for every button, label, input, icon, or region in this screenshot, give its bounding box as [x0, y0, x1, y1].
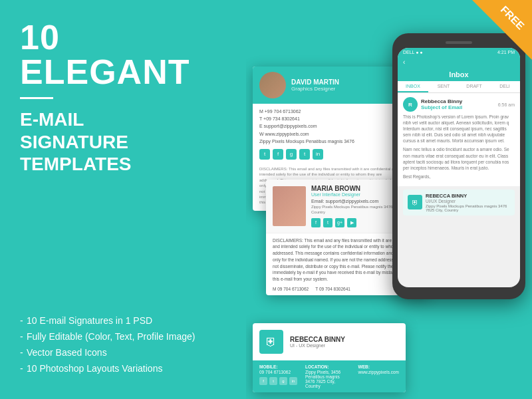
phone-email-preview: This is Photoshop's version of Lorem Ips… — [403, 114, 515, 144]
card3-role: UI - UX Designer — [290, 343, 345, 348]
card3-mobile-label: MOBILE: — [259, 364, 297, 369]
card1-name: DAVID MARTIN — [291, 78, 339, 86]
phone-sig-role: UI/UX Designer — [426, 199, 510, 203]
card1-header: DAVID MARTIN Graphics Designer — [253, 66, 406, 104]
card3-mobile-block: MOBILE: 09 704 6713062 f t g in — [259, 364, 297, 388]
tw-icon: t — [323, 218, 332, 227]
card1-web: W www.zippypixels.com — [259, 130, 399, 138]
card3-web-block: WEB: www.zippypixels.com — [358, 364, 399, 388]
phone-email-subject: Subject of Email — [421, 104, 495, 110]
sub-title: E-MAIL SIGNATURE TEMPLATES — [20, 108, 226, 176]
card3-identity: ⛨ REBECCA BINNY UI - UX Designer — [253, 323, 406, 360]
card3-location-label: LOCATION: — [305, 364, 350, 369]
phone-regards: Best Regards, — [403, 174, 515, 180]
phone-screen: DELL ● ● 4:21 PM ‹ Inbox INBOX SENT DRAF… — [398, 48, 520, 287]
sub-title-line2: SIGNATURE — [20, 132, 128, 152]
phone-sig-name: REBECCA BINNY — [426, 193, 510, 199]
card1-email: E support@zippypixels.com — [259, 122, 399, 130]
linkedin-icon: in — [313, 149, 323, 160]
feature-item-1: 10 E-mail Signatures in 1 PSD — [20, 315, 195, 326]
tab-inbox[interactable]: INBOX — [398, 81, 428, 92]
card3-mobile: 09 704 6713062 — [259, 370, 291, 374]
card1-address: Zippy Pixels Mockups Penatibus magnis 34… — [259, 138, 399, 145]
feature-item-4: 10 Photoshop Layouts Variations — [20, 363, 195, 374]
card1-contact: M +99 704 6713062 T +09 734 8302641 E su… — [253, 104, 406, 149]
google-icon: g — [286, 149, 297, 160]
main-title: 10 ELEGANT — [20, 20, 226, 89]
features-list: 10 E-mail Signatures in 1 PSD Fully Edit… — [20, 315, 195, 374]
phone-email-meta: Rebbecca Binny Subject of Email — [421, 98, 495, 110]
feature-item-3: Vector Based Icons — [20, 347, 195, 358]
phone-email-time: 6:56 am — [498, 102, 515, 107]
phone-sig-info: REBECCA BINNY UI/UX Designer Zippy Pixel… — [426, 193, 510, 212]
gp-icon-white: g — [279, 377, 287, 385]
card3-name-area: REBECCA BINNY UI - UX Designer — [290, 336, 345, 348]
tab-del[interactable]: DELI — [489, 81, 520, 92]
phone-email-preview2: Nam nec tellus a odio tincidunt auctor a… — [403, 146, 515, 170]
fb-icon: f — [311, 218, 321, 227]
card1-social-icons: t f g t in — [253, 149, 406, 164]
back-arrow-icon: ‹ — [403, 59, 405, 66]
sub-title-line1: E-MAIL — [20, 109, 84, 130]
phone-back-button[interactable]: ‹ — [398, 57, 520, 68]
features-list-container: 10 E-mail Signatures in 1 PSD Fully Edit… — [20, 315, 195, 379]
card2-mobile: M 09 704 6713062 — [273, 287, 309, 291]
fb-icon-white: f — [259, 377, 267, 385]
card3-web: www.zippypixels.com — [358, 370, 399, 374]
email-card-rebecca: ⛨ REBECCA BINNY UI - UX Designer MOBILE:… — [253, 323, 406, 392]
card2-avatar — [273, 186, 306, 226]
card1-avatar — [259, 72, 286, 98]
card2-tel: T 09 704 8302641 — [315, 287, 350, 291]
yt-icon: ▶ — [347, 218, 356, 227]
card3-location-block: LOCATION: Zippy Pixels, 3456 Penatibus m… — [305, 364, 350, 388]
tw-icon-white: t — [269, 377, 277, 385]
phone-sender-name: Rebbecca Binny — [421, 98, 495, 104]
phone-signature-block: ⛨ REBECCA BINNY UI/UX Designer Zippy Pix… — [403, 190, 515, 215]
in-icon-white: in — [289, 377, 297, 385]
twitter-icon: t — [259, 149, 270, 160]
shield-icon: ⛨ — [259, 330, 283, 354]
phone-email-header: R Rebbecca Binny Subject of Email 6:56 a… — [403, 97, 515, 112]
card1-avatar-image — [259, 72, 286, 98]
card3-social: f t g in — [259, 377, 297, 385]
card3-footer: MOBILE: 09 704 6713062 f t g in LOCATION… — [253, 360, 406, 392]
main-container: FREE 10 ELEGANT E-MAIL SIGNATURE TEMPLAT… — [0, 0, 532, 399]
tab-draft[interactable]: DRAFT — [459, 81, 489, 92]
title-divider — [20, 97, 53, 99]
phone-avatar: R — [403, 97, 418, 112]
left-panel: 10 ELEGANT E-MAIL SIGNATURE TEMPLATES 10… — [0, 0, 246, 399]
right-panel: DAVID MARTIN Graphics Designer M +99 704… — [246, 0, 532, 399]
card1-identity: DAVID MARTIN Graphics Designer — [291, 78, 339, 92]
phone-status-right: 4:21 PM — [497, 50, 515, 55]
gp-icon: g+ — [335, 218, 344, 227]
phone-email-item[interactable]: R Rebbecca Binny Subject of Email 6:56 a… — [398, 93, 520, 187]
card3-name: REBECCA BINNY — [290, 336, 345, 343]
phone-tabs: INBOX SENT DRAFT DELI — [398, 81, 520, 93]
tab-sent[interactable]: SENT — [428, 81, 459, 92]
phone-sig-location: Zippy Pixels Mockups Penatibus magnis 34… — [426, 204, 510, 212]
phone-inbox-title: Inbox — [398, 68, 520, 81]
feature-item-2: Fully Editable (Color, Text, Profile Ima… — [20, 331, 195, 342]
card3-location: Zippy Pixels, 3456 Penatibus magnis 3476… — [305, 370, 340, 388]
card1-role: Graphics Designer — [291, 86, 339, 92]
phone-status-left: DELL ● ● — [403, 50, 423, 55]
facebook-icon: f — [273, 149, 283, 160]
phone-speaker — [446, 41, 472, 44]
card3-web-label: WEB: — [358, 364, 399, 369]
phone-status-bar: DELL ● ● 4:21 PM — [398, 48, 520, 57]
card1-tel: T +09 734 8302641 — [259, 115, 399, 122]
sub-title-line3: TEMPLATES — [20, 154, 131, 174]
tumblr-icon: t — [299, 149, 310, 160]
phone-mockup: DELL ● ● 4:21 PM ‹ Inbox INBOX SENT DRAF… — [392, 33, 525, 299]
phone-sig-shield-icon: ⛨ — [408, 195, 422, 209]
card1-mobile: M +99 704 6713062 — [259, 108, 399, 115]
